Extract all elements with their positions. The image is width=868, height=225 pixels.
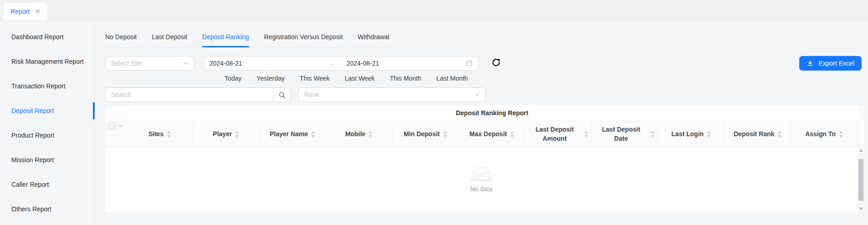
sidebar-item-deposit-report[interactable]: Deposit Report — [0, 98, 94, 123]
sorter-icon[interactable] — [443, 131, 447, 138]
sidebar-item-dashboard-report[interactable]: Dashboard Report — [0, 25, 94, 49]
quick-link-this-week[interactable]: This Week — [300, 75, 330, 82]
tab-deposit-ranking[interactable]: Deposit Ranking — [202, 33, 249, 47]
close-icon[interactable]: ✕ — [35, 8, 41, 15]
scroll-down-icon[interactable] — [859, 208, 863, 210]
quick-link-yesterday[interactable]: Yesterday — [256, 75, 285, 82]
column-header-max-deposit[interactable]: Max Deposit — [459, 121, 526, 147]
column-header-row: Sites Player Player Name Mobile Min Depo… — [127, 121, 858, 147]
column-header-last-login[interactable]: Last Login — [658, 121, 725, 147]
sorter-icon[interactable] — [651, 131, 655, 138]
deposit-ranking-table: Deposit Ranking Report Sites Player Play… — [105, 104, 864, 212]
select-all-checkbox[interactable] — [108, 122, 116, 129]
export-excel-button[interactable]: Export Excel — [799, 56, 862, 71]
sorter-icon[interactable] — [368, 131, 373, 138]
date-end-value[interactable]: 2024-08-21 — [334, 60, 465, 67]
sidebar-item-mission-report[interactable]: Mission Report — [0, 148, 94, 172]
chevron-down-icon — [475, 92, 480, 97]
column-header-assign-to[interactable]: Assign To — [791, 121, 858, 147]
search-row: Rank — [105, 87, 868, 102]
refresh-button[interactable] — [491, 58, 501, 68]
column-header-sites[interactable]: Sites — [127, 121, 193, 147]
sorter-icon[interactable] — [584, 131, 588, 138]
sorter-icon[interactable] — [510, 131, 514, 138]
window-tab-report[interactable]: Report ✕ — [4, 3, 47, 20]
tab-withdrawal[interactable]: Withdrawal — [358, 33, 389, 47]
scrollbar-gutter-header — [858, 105, 864, 147]
sidebar: Dashboard Report Risk Management Report … — [0, 20, 95, 225]
table-body: No data — [105, 147, 864, 212]
filter-row: Select Site 2024-08-21 → 2024-08-21 Expo… — [105, 56, 868, 71]
window-tab-title: Report — [10, 8, 30, 15]
scrollbar-thumb[interactable] — [858, 159, 863, 201]
quick-link-this-month[interactable]: This Month — [390, 75, 421, 82]
date-range-picker[interactable]: 2024-08-21 → 2024-08-21 — [204, 56, 479, 71]
sidebar-item-risk-management-report[interactable]: Risk Management Report — [0, 49, 94, 74]
export-excel-label: Export Excel — [818, 60, 854, 67]
quick-date-links: Today Yesterday This Week Last Week This… — [105, 75, 868, 82]
selection-cell — [105, 105, 127, 147]
table-title: Deposit Ranking Report — [127, 105, 858, 121]
search-group — [105, 87, 291, 102]
sorter-icon[interactable] — [167, 131, 171, 138]
empty-state: No data — [105, 147, 858, 212]
sidebar-item-transaction-report[interactable]: Transaction Report — [0, 74, 94, 98]
sidebar-item-product-report[interactable]: Product Report — [0, 123, 94, 148]
chevron-down-icon — [183, 61, 189, 66]
no-data-text: No data — [470, 185, 492, 193]
sidebar-item-caller-report[interactable]: Caller Report — [0, 172, 94, 197]
quick-link-today[interactable]: Today — [225, 75, 241, 82]
download-icon — [807, 60, 814, 67]
calendar-icon — [465, 60, 473, 67]
range-arrow-icon: → — [328, 60, 334, 67]
window-tab-bar: Report ✕ — [0, 0, 868, 20]
sorter-icon[interactable] — [777, 131, 781, 138]
report-tabs: No Deposit Last Deposit Deposit Ranking … — [105, 20, 868, 48]
sorter-icon[interactable] — [839, 131, 843, 138]
sorter-icon[interactable] — [707, 131, 711, 138]
refresh-icon — [491, 58, 501, 68]
column-header-player[interactable]: Player — [193, 121, 260, 147]
search-input[interactable] — [105, 87, 273, 102]
sidebar-item-others-report[interactable]: Others Report — [0, 197, 94, 221]
rank-select[interactable]: Rank — [298, 87, 486, 102]
main-content: No Deposit Last Deposit Deposit Ranking … — [95, 20, 868, 225]
scroll-up-icon[interactable] — [859, 149, 863, 152]
column-header-deposit-rank[interactable]: Deposit Rank — [725, 121, 791, 147]
date-start-value[interactable]: 2024-08-21 — [209, 60, 328, 67]
tab-no-deposit[interactable]: No Deposit — [105, 33, 137, 47]
column-header-mobile[interactable]: Mobile — [326, 121, 393, 147]
table-header: Deposit Ranking Report Sites Player Play… — [105, 104, 864, 147]
site-select[interactable]: Select Site — [105, 56, 194, 71]
rank-select-placeholder: Rank — [304, 91, 319, 98]
sorter-icon[interactable] — [235, 131, 239, 138]
tab-registration-versus-deposit[interactable]: Registration Versus Deposit — [264, 33, 343, 47]
column-header-last-deposit-amount[interactable]: Last Deposit Amount — [525, 121, 592, 147]
site-select-placeholder: Select Site — [111, 60, 142, 67]
search-icon — [278, 91, 286, 99]
tab-last-deposit[interactable]: Last Deposit — [152, 33, 187, 47]
quick-link-last-month[interactable]: Last Month — [436, 75, 468, 82]
table-scrollbar[interactable] — [858, 147, 864, 212]
quick-link-last-week[interactable]: Last Week — [345, 75, 375, 82]
column-header-player-name[interactable]: Player Name — [260, 121, 326, 147]
column-header-last-deposit-date[interactable]: Last Deposit Date — [592, 121, 658, 147]
empty-box-icon — [470, 167, 493, 182]
selection-dropdown-icon[interactable] — [118, 123, 123, 128]
column-header-min-deposit[interactable]: Min Deposit — [393, 121, 459, 147]
search-button[interactable] — [273, 87, 291, 102]
sorter-icon[interactable] — [311, 131, 315, 138]
table-header-right: Deposit Ranking Report Sites Player Play… — [127, 105, 858, 147]
